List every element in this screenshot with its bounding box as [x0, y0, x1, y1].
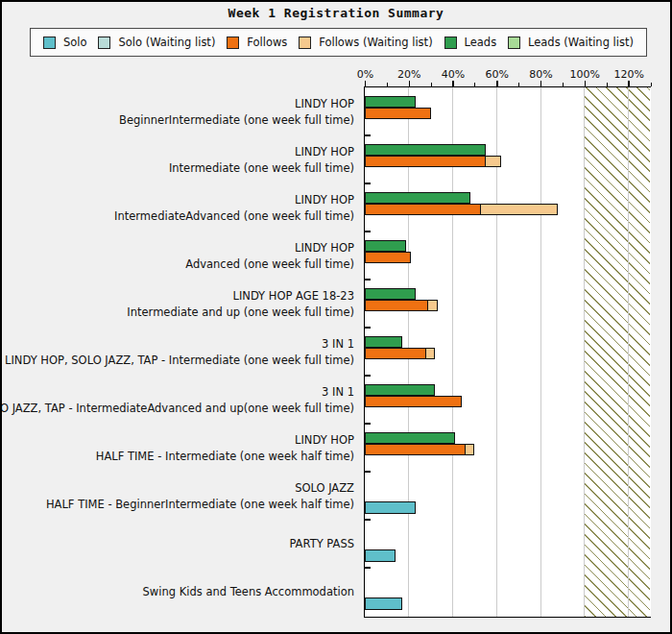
category-label: LINDY HOP AGE 18-23Intermediate and up (… [2, 280, 359, 329]
category-boundary-tick [365, 567, 371, 569]
legend-label: Solo (Waiting list) [118, 36, 215, 49]
x-tick-minor [651, 83, 652, 86]
leads-bar [365, 336, 402, 348]
leads-bar [365, 240, 406, 252]
x-tick-label: 40% [442, 68, 465, 81]
category-label: 3 IN 1LINDY HOP, SOLO JAZZ, TAP - Interm… [2, 377, 359, 425]
solo-swatch [43, 37, 56, 49]
x-tick-major [585, 81, 587, 86]
x-tick-major [452, 81, 454, 86]
category-boundary-tick [365, 423, 371, 425]
leads-bar [365, 192, 470, 204]
category-boundary-tick [365, 279, 371, 280]
solo-bar [365, 549, 396, 562]
category-boundary-tick [365, 183, 371, 184]
category-label: LINDY HOPIntermediateAdvanced (one week … [2, 184, 359, 232]
category-label: LINDY HOPHALF TIME - Intermediate (one w… [2, 425, 359, 473]
x-tick-label: 120% [613, 68, 643, 81]
category-name: LINDY HOP [295, 144, 354, 160]
category-label: 3 IN 1LINDY HOP, SOLO JAZZ, TAP - Interm… [2, 329, 359, 377]
solo-bar [365, 597, 402, 610]
leads-bar [365, 144, 486, 156]
follows_wait-swatch [299, 37, 311, 49]
category-description: IntermediateAdvanced (one week full time… [114, 208, 354, 225]
legend-item: Solo [43, 36, 87, 49]
legend-item: Follows [227, 36, 287, 49]
legend-item: Leads [444, 36, 497, 49]
category-name: LINDY HOP AGE 18-23 [232, 288, 354, 305]
follows-waiting-list-bar [465, 444, 474, 455]
legend-item: Solo (Waiting list) [98, 36, 215, 49]
legend-label: Follows (Waiting list) [319, 36, 432, 49]
leads-bar [365, 96, 416, 108]
category-name: SOLO JAZZ [295, 480, 354, 497]
category-boundary-tick [365, 471, 371, 473]
category-boundary-tick [365, 134, 371, 136]
category-label: LINDY HOPBeginnerIntermediate (one week … [2, 88, 359, 136]
chart-title: Week 1 Registration Summary [2, 6, 670, 20]
follows-bar [365, 300, 428, 311]
category-description: BeginnerIntermediate (one week full time… [119, 112, 354, 129]
x-tick-label: 20% [397, 68, 420, 81]
category-name: LINDY HOP [295, 96, 354, 112]
leads-bar [365, 384, 435, 396]
x-tick-major [540, 81, 542, 86]
leads-bar [365, 432, 455, 444]
legend-item: Leads (Waiting list) [508, 36, 634, 49]
category-description: HALF TIME - BeginnerIntermediate (one we… [46, 497, 354, 513]
x-tick-major [628, 81, 630, 86]
x-tick-label: 100% [570, 68, 600, 81]
solo-bar [365, 501, 416, 514]
x-tick-minor [431, 83, 432, 86]
x-tick-label: 0% [357, 68, 373, 81]
category-name: 3 IN 1 [322, 336, 354, 353]
category-name: 3 IN 1 [322, 384, 354, 401]
follows-waiting-list-bar [480, 204, 558, 215]
over-capacity-hatch [585, 87, 651, 617]
follows-bar [365, 108, 431, 119]
category-label: SOLO JAZZHALF TIME - BeginnerIntermediat… [2, 473, 359, 521]
category-label: Swing Kids and Teens Accommodation [2, 569, 359, 617]
gridline [540, 87, 541, 617]
follows-swatch [227, 37, 239, 49]
x-tick-minor [607, 83, 608, 86]
gridline [628, 87, 629, 617]
follows-bar [365, 252, 411, 263]
legend-label: Leads [465, 36, 497, 49]
x-tick-major [409, 81, 411, 86]
category-label: PARTY PASS [2, 521, 359, 569]
x-tick-minor [563, 83, 564, 86]
category-description: Intermediate (one week full time) [169, 160, 354, 177]
x-tick-label: 80% [529, 68, 552, 81]
legend-label: Follows [247, 36, 287, 49]
follows-bar [365, 348, 426, 359]
category-name: PARTY PASS [289, 536, 354, 552]
category-label: LINDY HOPAdvanced (one week full time) [2, 232, 359, 280]
category-description: LINDY HOP, SOLO JAZZ, TAP - Intermediate… [5, 353, 354, 369]
category-boundary-tick [365, 519, 371, 521]
x-tick-minor [387, 83, 388, 86]
plot-area [364, 86, 651, 618]
category-boundary-tick [365, 231, 371, 232]
x-tick-label: 60% [486, 68, 509, 81]
follows-waiting-list-bar [425, 348, 435, 359]
x-tick-major [365, 81, 367, 86]
legend-item: Follows (Waiting list) [299, 36, 432, 49]
legend-label: Leads (Waiting list) [528, 36, 634, 49]
category-name: LINDY HOP [295, 240, 354, 256]
category-description: LINDY HOP, SOLO JAZZ, TAP - Intermediate… [2, 401, 354, 417]
category-name: LINDY HOP [295, 192, 354, 208]
follows-bar [365, 204, 481, 215]
legend-label: Solo [63, 36, 87, 49]
category-description: Intermediate and up (one week full time) [127, 305, 354, 321]
leads-bar [365, 288, 416, 300]
follows-bar [365, 444, 466, 455]
leads-swatch [444, 37, 457, 49]
leads_wait-swatch [508, 37, 520, 49]
follows-bar [365, 396, 462, 407]
category-name: Swing Kids and Teens Accommodation [143, 584, 354, 600]
category-label: LINDY HOPIntermediate (one week full tim… [2, 136, 359, 184]
x-tick-major [496, 81, 498, 86]
follows-waiting-list-bar [485, 156, 501, 167]
category-label-column: LINDY HOPBeginnerIntermediate (one week … [2, 88, 359, 617]
